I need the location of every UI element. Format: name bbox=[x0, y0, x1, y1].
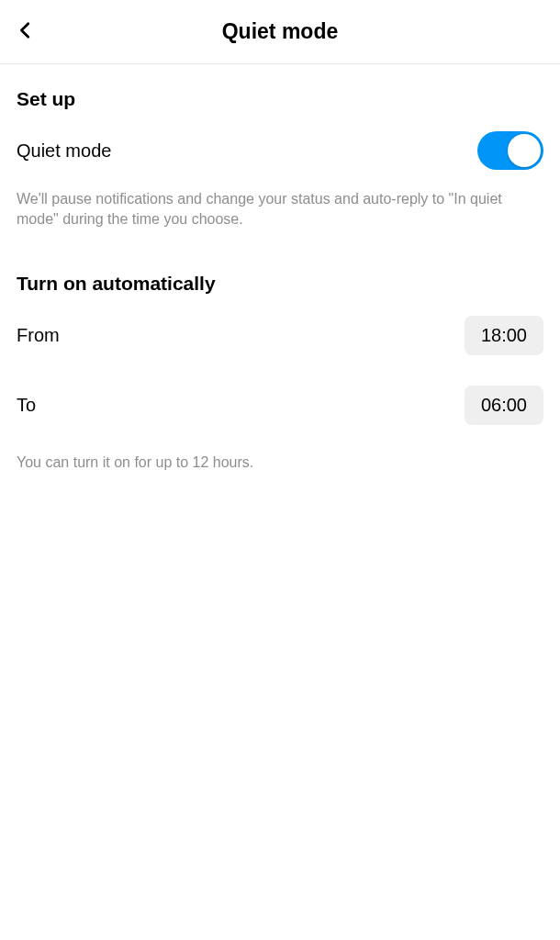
toggle-knob bbox=[508, 134, 541, 167]
quiet-mode-description: We'll pause notifications and change you… bbox=[17, 189, 543, 229]
from-label: From bbox=[17, 325, 60, 346]
back-button[interactable] bbox=[11, 17, 40, 47]
from-time-picker[interactable]: 18:00 bbox=[465, 316, 543, 355]
quiet-mode-row: Quiet mode bbox=[17, 121, 543, 180]
header: Quiet mode bbox=[0, 0, 560, 64]
quiet-mode-toggle[interactable] bbox=[477, 131, 543, 170]
to-label: To bbox=[17, 395, 36, 416]
content: Set up Quiet mode We'll pause notificati… bbox=[0, 88, 560, 471]
quiet-mode-label: Quiet mode bbox=[17, 140, 111, 162]
from-row: From 18:00 bbox=[17, 306, 543, 364]
to-row: To 06:00 bbox=[17, 375, 543, 434]
duration-note: You can turn it on for up to 12 hours. bbox=[17, 454, 543, 471]
page-title: Quiet mode bbox=[0, 19, 560, 44]
to-time-picker[interactable]: 06:00 bbox=[465, 386, 543, 425]
chevron-left-icon bbox=[16, 20, 36, 44]
section-setup-title: Set up bbox=[17, 88, 543, 110]
section-auto-title: Turn on automatically bbox=[17, 273, 543, 295]
